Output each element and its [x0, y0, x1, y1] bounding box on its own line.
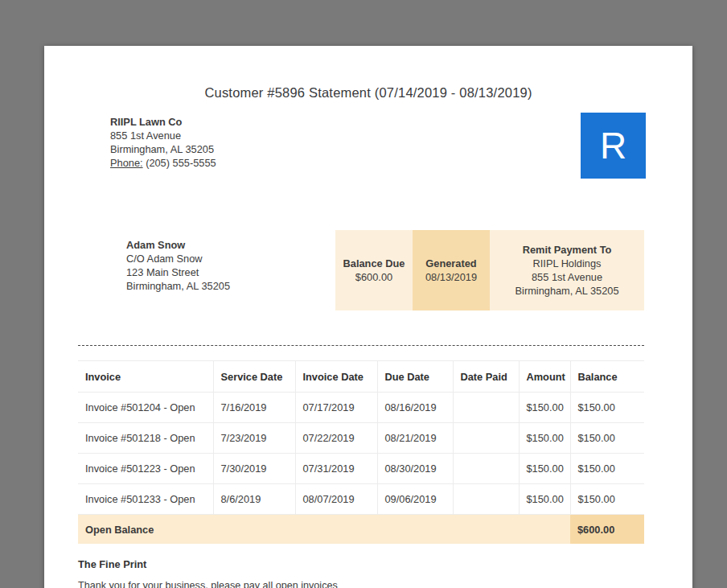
open-balance-value: $600.00	[570, 515, 644, 545]
fine-print-text: Thank you for your business, please pay …	[78, 580, 338, 588]
company-phone: Phone: (205) 555-5555	[110, 156, 216, 170]
table-cell: $150.00	[570, 484, 644, 515]
table-cell: $150.00	[519, 484, 570, 515]
table-row: Invoice #501233 - Open 8/6/2019 08/07/20…	[78, 484, 644, 515]
statement-page: Customer #5896 Statement (07/14/2019 - 0…	[44, 46, 692, 588]
table-cell: 08/30/2019	[377, 454, 453, 484]
table-cell: $150.00	[570, 423, 644, 454]
remit-address2: Birmingham, AL 35205	[515, 284, 619, 298]
table-cell: 07/31/2019	[295, 454, 377, 484]
table-cell: Invoice #501223 - Open	[78, 454, 213, 484]
remit-address1: 855 1st Avenue	[532, 270, 602, 284]
remit-name: RIIPL Holdings	[533, 257, 602, 270]
column-header-invoice: Invoice	[78, 361, 213, 393]
table-cell: 08/21/2019	[377, 423, 453, 454]
table-cell	[453, 454, 519, 484]
table-cell: 09/06/2019	[377, 484, 453, 515]
column-header-amount: Amount	[519, 361, 570, 393]
table-cell: Invoice #501204 - Open	[78, 393, 213, 423]
remit-payment-cell: Remit Payment To RIIPL Holdings 855 1st …	[490, 230, 644, 310]
table-cell: $150.00	[519, 454, 570, 484]
remit-label: Remit Payment To	[523, 243, 612, 257]
page-title: Customer #5896 Statement (07/14/2019 - 0…	[44, 85, 692, 101]
dashed-divider	[78, 345, 644, 346]
table-cell: 7/30/2019	[213, 454, 295, 484]
column-header-date-paid: Date Paid	[453, 361, 519, 393]
customer-info: Adam Snow C/O Adam Snow 123 Main Street …	[126, 238, 230, 293]
open-balance-label: Open Balance	[78, 515, 570, 545]
customer-line2: 123 Main Street	[126, 265, 230, 279]
table-row: Invoice #501223 - Open 7/30/2019 07/31/2…	[78, 454, 644, 484]
balance-due-cell: Balance Due $600.00	[335, 230, 413, 310]
invoice-table: Invoice Service Date Invoice Date Due Da…	[78, 360, 644, 544]
table-cell	[453, 393, 519, 423]
balance-due-value: $600.00	[355, 270, 392, 284]
company-info: RIIPL Lawn Co 855 1st Avenue Birmingham,…	[110, 115, 216, 170]
table-header-row: Invoice Service Date Invoice Date Due Da…	[78, 361, 644, 393]
table-cell	[453, 484, 519, 515]
table-cell: $150.00	[519, 423, 570, 454]
table-cell: $150.00	[519, 393, 570, 423]
table-cell: 07/17/2019	[295, 393, 377, 423]
column-header-invoice-date: Invoice Date	[295, 361, 377, 393]
company-address-line1: 855 1st Avenue	[110, 129, 216, 142]
table-cell: $150.00	[570, 393, 644, 423]
table-row: Invoice #501218 - Open 7/23/2019 07/22/2…	[78, 423, 644, 454]
table-cell: 7/23/2019	[213, 423, 295, 454]
table-cell: 7/16/2019	[213, 393, 295, 423]
summary-bar: Balance Due $600.00 Generated 08/13/2019…	[335, 230, 644, 310]
generated-value: 08/13/2019	[425, 270, 477, 284]
table-row: Invoice #501204 - Open 7/16/2019 07/17/2…	[78, 393, 644, 423]
fine-print-heading: The Fine Print	[78, 558, 146, 570]
open-balance-row: Open Balance $600.00	[78, 515, 644, 545]
company-logo: R	[581, 113, 646, 179]
phone-label: Phone:	[110, 157, 143, 169]
table-cell: 8/6/2019	[213, 484, 295, 515]
viewer-background: { "page": { "title": "Customer #5896 Sta…	[0, 0, 727, 588]
column-header-service-date: Service Date	[213, 361, 295, 393]
table-cell: Invoice #501218 - Open	[78, 423, 213, 454]
table-cell: Invoice #501233 - Open	[78, 484, 213, 515]
table-cell: 08/16/2019	[377, 393, 453, 423]
balance-due-label: Balance Due	[343, 257, 405, 270]
generated-cell: Generated 08/13/2019	[413, 230, 490, 310]
logo-letter: R	[600, 127, 626, 164]
customer-line1: C/O Adam Snow	[126, 252, 230, 265]
column-header-due-date: Due Date	[377, 361, 453, 393]
table-cell: 07/22/2019	[295, 423, 377, 454]
column-header-balance: Balance	[570, 361, 644, 393]
customer-line3: Birmingham, AL 35205	[126, 279, 230, 293]
table-cell: $150.00	[570, 454, 644, 484]
company-address-line2: Birmingham, AL 35205	[110, 142, 216, 156]
phone-number: (205) 555-5555	[146, 157, 216, 169]
generated-label: Generated	[425, 257, 476, 270]
company-name: RIIPL Lawn Co	[110, 115, 216, 129]
table-cell: 08/07/2019	[295, 484, 377, 515]
table-cell	[453, 423, 519, 454]
customer-name: Adam Snow	[126, 238, 230, 252]
